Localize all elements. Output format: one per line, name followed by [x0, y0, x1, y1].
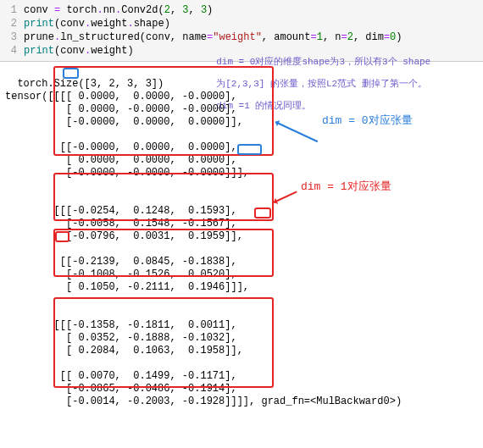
output-block: torch.Size([3, 2, 3, 3]) tensor([[[[ 0.0…: [0, 62, 483, 448]
arrow-icon: [275, 121, 319, 142]
line-number: 2: [0, 17, 24, 30]
highlight-box-red-small: [254, 207, 271, 218]
highlight-box-red-small: [55, 231, 69, 242]
line-number: 3: [0, 30, 24, 44]
line-number: 4: [0, 44, 24, 58]
highlight-box-red: [53, 229, 274, 277]
highlight-box-red: [53, 66, 274, 156]
code-text: prune.ln_structured(conv, name="weight",…: [24, 30, 483, 44]
highlight-box-red: [53, 173, 274, 221]
code-text: conv = torch.nn.Conv2d(2, 3, 3): [24, 3, 483, 17]
code-line-1: 1 conv = torch.nn.Conv2d(2, 3, 3): [0, 3, 483, 17]
arrow-icon: [274, 191, 297, 202]
label-dim0: dim = 0对应张量: [322, 114, 413, 127]
code-line-3: 3 prune.ln_structured(conv, name="weight…: [0, 30, 483, 44]
code-text: print(conv.weight.shape): [24, 17, 483, 30]
code-line-2: 2 print(conv.weight.shape): [0, 17, 483, 30]
highlight-box-blue: [63, 68, 79, 79]
line-number: 1: [0, 3, 24, 17]
label-dim1: dim = 1对应张量: [301, 180, 391, 193]
highlight-box-red: [53, 297, 274, 388]
highlight-box-blue: [237, 144, 262, 155]
